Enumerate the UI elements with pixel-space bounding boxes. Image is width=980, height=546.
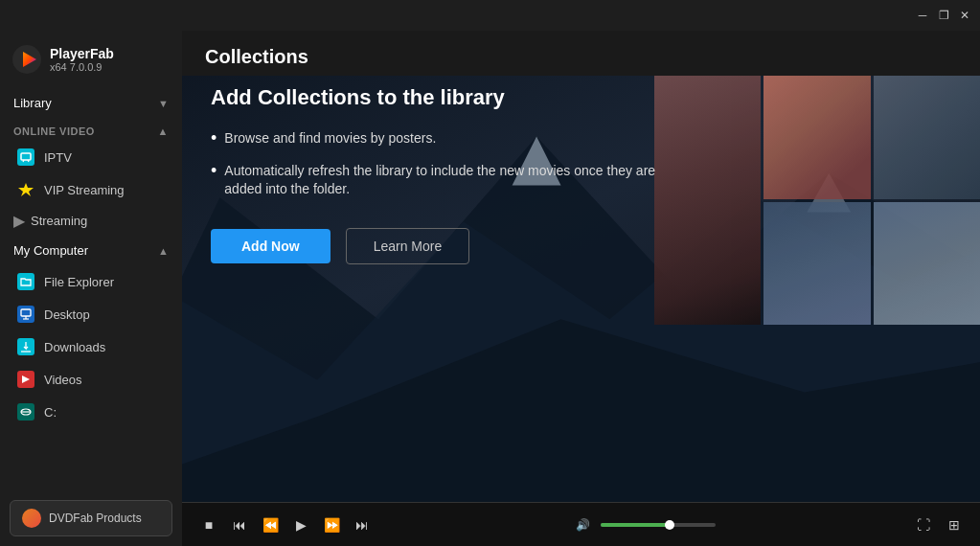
fullscreen-button[interactable]: ⛶ xyxy=(913,514,934,535)
player-right-controls: ⛶ ⊞ xyxy=(913,514,965,535)
c-drive-label: C: xyxy=(44,405,57,420)
file-explorer-label: File Explorer xyxy=(44,275,114,289)
vip-streaming-label: VIP Streaming xyxy=(44,183,125,197)
sidebar-item-vip-streaming[interactable]: VIP Streaming xyxy=(0,173,182,206)
sidebar-footer: DVDFab Products xyxy=(0,490,182,546)
online-video-collapse-icon[interactable]: ▲ xyxy=(158,125,169,137)
learn-more-button[interactable]: Learn More xyxy=(346,228,470,264)
app-logo: PlayerFab x64 7.0.0.9 xyxy=(0,31,182,88)
grid-view-button[interactable]: ⊞ xyxy=(944,514,965,535)
app-logo-text: PlayerFab x64 7.0.0.9 xyxy=(50,46,114,74)
sidebar-item-downloads[interactable]: Downloads xyxy=(0,330,182,363)
volume-fill xyxy=(601,523,670,527)
library-label: Library xyxy=(13,96,52,110)
sidebar-item-desktop[interactable]: Desktop xyxy=(0,298,182,330)
rewind-button[interactable]: ⏪ xyxy=(259,513,282,536)
next-button[interactable]: ⏭ xyxy=(351,513,374,536)
iptv-label: IPTV xyxy=(44,150,72,165)
section-title: Add Collections to the library xyxy=(211,85,951,110)
sidebar-item-c-drive[interactable]: C: xyxy=(0,396,182,428)
volume-area: 🔊 xyxy=(572,513,716,536)
dvdfab-label: DVDFab Products xyxy=(49,512,142,525)
sidebar-item-streaming[interactable]: ▶ Streaming xyxy=(0,206,182,236)
restore-button[interactable]: ❐ xyxy=(936,8,951,23)
window-controls: ─ ❐ ✕ xyxy=(915,8,972,23)
app-body: PlayerFab x64 7.0.0.9 Library ▼ ONLINE V… xyxy=(0,31,980,546)
collections-area: Add Collections to the library Browse an… xyxy=(182,76,980,502)
streaming-label: Streaming xyxy=(31,214,87,228)
desktop-label: Desktop xyxy=(44,307,90,322)
stop-button[interactable]: ■ xyxy=(197,513,220,536)
minimize-button[interactable]: ─ xyxy=(915,8,930,23)
app-logo-icon xyxy=(11,44,42,75)
library-section[interactable]: Library ▼ xyxy=(0,88,182,118)
my-computer-arrow-icon: ▲ xyxy=(158,245,169,257)
feature-item-2: Automatically refresh the library to inc… xyxy=(211,162,671,199)
my-computer-label: My Computer xyxy=(13,243,88,258)
action-row: Add Now Learn More xyxy=(211,228,951,264)
forward-button[interactable]: ⏩ xyxy=(320,513,343,536)
videos-icon xyxy=(17,371,34,388)
sidebar: PlayerFab x64 7.0.0.9 Library ▼ ONLINE V… xyxy=(0,31,182,546)
dvdfab-products-button[interactable]: DVDFab Products xyxy=(10,500,172,536)
info-panel: Add Collections to the library Browse an… xyxy=(182,76,980,284)
sidebar-item-videos[interactable]: Videos xyxy=(0,363,182,396)
dvdfab-icon xyxy=(22,509,41,528)
app-name: PlayerFab xyxy=(50,46,114,62)
prev-button[interactable]: ⏮ xyxy=(228,513,251,536)
sidebar-item-iptv[interactable]: IPTV xyxy=(0,141,182,173)
videos-label: Videos xyxy=(44,373,82,387)
player-bar: ■ ⏮ ⏪ ▶ ⏩ ⏭ 🔊 ⛶ ⊞ xyxy=(182,502,980,546)
online-video-group: ONLINE VIDEO ▲ xyxy=(0,118,182,141)
close-button[interactable]: ✕ xyxy=(957,8,972,23)
feature-list: Browse and find movies by posters. Autom… xyxy=(211,129,951,199)
play-button[interactable]: ▶ xyxy=(289,513,312,536)
volume-slider[interactable] xyxy=(601,523,716,527)
volume-icon[interactable]: 🔊 xyxy=(572,513,595,536)
downloads-icon xyxy=(17,338,34,355)
downloads-label: Downloads xyxy=(44,340,105,354)
streaming-expand-icon: ▶ xyxy=(13,212,25,230)
my-computer-section[interactable]: My Computer ▲ xyxy=(0,236,182,265)
feature-item-1: Browse and find movies by posters. xyxy=(211,129,671,148)
main-content: Collections xyxy=(182,31,980,546)
page-title: Collections xyxy=(205,46,957,68)
svg-marker-5 xyxy=(18,183,34,196)
titlebar: ─ ❐ ✕ xyxy=(0,0,980,31)
desktop-icon xyxy=(17,306,34,323)
player-controls: ■ ⏮ ⏪ ▶ ⏩ ⏭ xyxy=(197,513,374,536)
sidebar-item-file-explorer[interactable]: File Explorer xyxy=(0,265,182,298)
file-explorer-icon xyxy=(17,273,34,290)
volume-thumb xyxy=(665,520,674,530)
iptv-icon xyxy=(17,148,34,166)
svg-marker-10 xyxy=(22,375,30,383)
app-version: x64 7.0.0.9 xyxy=(50,61,114,73)
svg-rect-2 xyxy=(21,153,31,160)
add-now-button[interactable]: Add Now xyxy=(211,229,330,263)
vip-streaming-icon xyxy=(17,181,34,198)
svg-rect-6 xyxy=(21,309,31,316)
c-drive-icon xyxy=(17,403,34,421)
streaming-label-row: ▶ Streaming xyxy=(13,212,87,230)
library-arrow-icon: ▼ xyxy=(158,98,169,109)
content-header: Collections xyxy=(182,31,980,76)
